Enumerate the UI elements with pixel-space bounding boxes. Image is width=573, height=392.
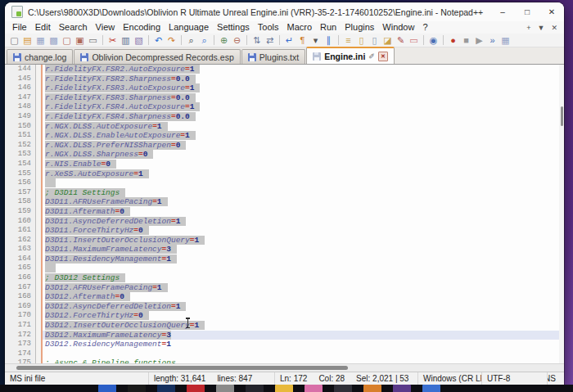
line-number[interactable]: 160 — [5, 217, 36, 227]
line-number[interactable]: 173 — [5, 340, 36, 349]
menu-item-edit[interactable]: Edit — [31, 21, 55, 34]
taskbar-icon[interactable] — [246, 385, 264, 392]
vertical-scrollbar[interactable] — [559, 65, 564, 363]
code-line[interactable]: D3D11.MaximumFrameLatency=3 — [43, 245, 564, 255]
menu-item-language[interactable]: Language — [165, 21, 213, 34]
code-line[interactable]: D3D11.ResidencyManagement=1 — [43, 255, 564, 264]
line-number[interactable]: 161 — [5, 226, 36, 236]
code-line[interactable] — [43, 264, 564, 273]
line-number[interactable]: 159 — [5, 207, 36, 217]
undo-icon[interactable]: ↶ — [152, 34, 165, 46]
code-line[interactable]: D3D12.ForceThirtyHz=0 — [43, 311, 564, 321]
code-line[interactable]: r.FidelityFX.FSR3.AutoExposure=1 — [43, 83, 564, 93]
new-tab-button[interactable]: + — [526, 24, 530, 32]
menu-item-run[interactable]: Run — [316, 21, 341, 34]
close-all-icon[interactable]: ▣ — [74, 34, 86, 46]
code-line[interactable]: r.NIS.Enable=0 — [43, 160, 564, 169]
zoom-out-icon[interactable]: ⊖ — [231, 34, 243, 46]
close-button[interactable]: ✕ — [539, 2, 564, 21]
tab-pin-icon[interactable]: ✐ — [368, 52, 375, 61]
taskbar-icon[interactable] — [305, 385, 323, 392]
menu-item-encoding[interactable]: Encoding — [119, 21, 165, 34]
vertical-scrollbar-thumb[interactable] — [561, 106, 563, 126]
line-number[interactable]: 171 — [5, 321, 36, 331]
menu-item--[interactable]: ? — [418, 21, 431, 34]
taskbar-icon[interactable] — [98, 385, 116, 392]
line-number[interactable]: 164 — [5, 255, 36, 264]
taskbar-icon[interactable] — [422, 385, 440, 392]
menu-item-settings[interactable]: Settings — [213, 21, 254, 34]
toolbar-dropdown-icon[interactable]: ▾ — [309, 34, 322, 46]
code-line[interactable]: ; D3D12 Settings — [43, 273, 564, 283]
code-line[interactable]: D3D12.MaximumFrameLatency=3 — [43, 331, 564, 340]
line-number[interactable]: 163 — [5, 245, 36, 255]
line-number[interactable]: 157 — [5, 188, 36, 198]
copy-icon[interactable]: ▥ — [120, 34, 132, 46]
taskbar-icon[interactable] — [393, 385, 411, 392]
code-line[interactable]: r.XeSS.AutoExposure=1 — [43, 169, 564, 179]
line-number[interactable]: 167 — [5, 283, 36, 293]
macro-stop-icon[interactable]: ■ — [460, 34, 472, 46]
line-number[interactable]: 174 — [5, 349, 36, 359]
line-number[interactable]: 172 — [5, 331, 36, 340]
code-line[interactable] — [43, 349, 564, 359]
code-line[interactable]: D3D11.InsertOuterOcclusionQuery=1 — [43, 236, 564, 246]
code-line[interactable]: D3D12.ResidencyManagement=1 — [43, 340, 564, 349]
show-all-characters-icon[interactable]: ¶ — [296, 34, 309, 46]
line-number[interactable]: 148 — [5, 102, 36, 112]
mail-icon[interactable]: ▭ — [408, 34, 420, 46]
line-number[interactable]: 162 — [5, 236, 36, 246]
taskbar-icon[interactable] — [216, 385, 234, 392]
taskbar-icon[interactable] — [128, 385, 146, 392]
replace-icon[interactable]: ⌕ — [198, 34, 210, 46]
menu-item-window[interactable]: Window — [378, 21, 418, 34]
macro-save-icon[interactable]: ▦ — [499, 34, 512, 46]
code-line[interactable]: r.FidelityFX.FSR3.Sharpness=0.0 — [43, 93, 564, 103]
code-line[interactable]: r.FidelityFX.FSR4.AutoExposure=1 — [43, 102, 564, 112]
code-line[interactable]: r.FidelityFX.FSR4.Sharpness=0.0 — [43, 112, 564, 122]
line-number[interactable]: 150 — [5, 122, 36, 132]
close-document-button[interactable]: ✕ — [551, 24, 557, 32]
line-number[interactable]: 152 — [5, 141, 36, 151]
document-list-icon[interactable]: ▯ — [368, 34, 381, 46]
code-line[interactable]: D3D12.AsyncDeferredDeletion=1 — [43, 302, 564, 312]
open-folder-icon[interactable]: ▤ — [21, 34, 34, 46]
taskbar-icon[interactable] — [157, 385, 175, 392]
sync-horizontal-icon[interactable]: ⇄ — [264, 34, 276, 46]
line-number[interactable]: 155 — [5, 169, 36, 179]
redo-icon[interactable]: ↷ — [165, 34, 178, 46]
menu-item-tools[interactable]: Tools — [254, 21, 283, 34]
code-line[interactable] — [43, 178, 564, 188]
line-number[interactable]: 158 — [5, 197, 36, 207]
line-number[interactable]: 146 — [5, 83, 36, 93]
line-number[interactable]: 153 — [5, 150, 36, 160]
sync-vertical-icon[interactable]: ⇅ — [250, 34, 263, 46]
word-wrap-icon[interactable]: ↵ — [283, 34, 296, 46]
line-number[interactable]: 168 — [5, 292, 36, 302]
code-line[interactable]: D3D11.AFRUseFramePacing=1 — [43, 197, 564, 207]
tab-oblivion-decompressed-records-esp[interactable]: Oblivion Decompressed Records.esp — [74, 49, 240, 64]
menu-item-search[interactable]: Search — [55, 21, 92, 34]
code-line[interactable]: D3D11.AsyncDeferredDeletion=1 — [43, 217, 564, 227]
line-number[interactable]: 149 — [5, 112, 36, 122]
taskbar-icon[interactable] — [334, 385, 352, 392]
line-number[interactable]: 156 — [5, 178, 36, 188]
code-line[interactable]: D3D12.InsertOuterOcclusionQuery=1 — [43, 321, 564, 331]
status-encoding[interactable]: UTF-8 — [482, 372, 548, 385]
code-line[interactable]: r.NGX.DLSS.PreferNISSharpen=0 — [43, 141, 564, 151]
tab-engine-ini[interactable]: Engine.ini✐✕ — [306, 47, 395, 64]
taskbar-icon[interactable] — [363, 385, 381, 392]
save-icon[interactable]: ▦ — [34, 34, 47, 46]
cut-icon[interactable]: ✂ — [106, 34, 119, 46]
tab-list-button[interactable]: ▼ — [538, 24, 545, 32]
view-monitor-icon[interactable]: ◉ — [427, 34, 440, 46]
minimize-button[interactable]: – — [490, 2, 515, 21]
menu-item-file[interactable]: File — [8, 21, 31, 34]
code-line[interactable]: r.NGX.DLSS.AutoExposure=1 — [43, 122, 564, 132]
line-number[interactable]: 147 — [5, 93, 36, 103]
document-map-icon[interactable]: ▯ — [355, 34, 368, 46]
status-insert-mode[interactable]: INS — [548, 372, 564, 385]
editor-area[interactable]: 144r.FidelityFX.FSR2.AutoExposure=1145r.… — [5, 65, 564, 363]
status-eol-format[interactable]: Windows (CR LF) — [418, 372, 482, 385]
close-file-icon[interactable]: ▢ — [61, 34, 73, 46]
